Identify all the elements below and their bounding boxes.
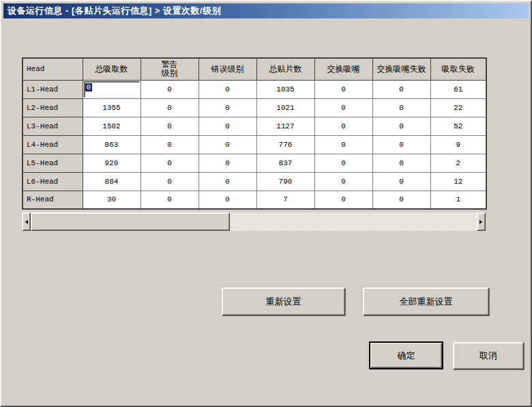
cancel-button[interactable]: 取消 [453, 342, 524, 369]
table-cell[interactable]: 0 [141, 98, 198, 117]
table-cell[interactable]: 1502 [83, 117, 141, 135]
column-header: 错误级别 [198, 58, 256, 80]
selected-text: 0 [85, 83, 93, 92]
table-cell[interactable]: 22 [430, 98, 486, 117]
table-cell[interactable]: 61 [430, 80, 486, 98]
table-cell[interactable]: 0 [198, 80, 256, 98]
column-header: 总贴片数 [256, 58, 314, 80]
table-cell[interactable]: 30 [83, 191, 141, 209]
table-cell[interactable]: 0 [314, 172, 372, 191]
reset-all-button[interactable]: 全部重新设置 [363, 287, 489, 315]
table-cell[interactable]: 1127 [256, 117, 314, 135]
table-cell[interactable]: 0 [198, 154, 256, 172]
row-header: L2-Head [23, 98, 83, 117]
table-cell[interactable]: 0 [372, 154, 430, 172]
table-cell[interactable]: 0 [314, 191, 372, 209]
horizontal-scrollbar[interactable] [22, 212, 486, 231]
scroll-right-arrow-icon [479, 220, 484, 224]
scroll-left-button[interactable] [22, 212, 31, 231]
table-cell[interactable]: 0 [372, 135, 430, 154]
table-row: R-Head30007001 [23, 191, 486, 209]
column-header: 吸取失败 [430, 58, 486, 80]
table-cell[interactable]: 0 [314, 80, 372, 98]
window-title: 设备运行信息 - [各贴片头运行信息] > 设置次数/级别 [8, 5, 221, 17]
table-cell[interactable]: 0 [141, 191, 198, 209]
table-cell[interactable]: 0 [198, 172, 256, 191]
table-row: L2-Head13550010210022 [23, 98, 486, 117]
table-cell[interactable]: 2 [430, 154, 486, 172]
table-cell[interactable]: 0 [372, 98, 430, 117]
table-cell[interactable]: 0 [198, 135, 256, 154]
table-cell[interactable]: 12 [430, 172, 486, 191]
table-cell[interactable]: 0 [372, 80, 430, 98]
column-header: 总吸取数 [83, 58, 141, 80]
table-cell[interactable]: 7 [256, 191, 314, 209]
scrollbar-thumb[interactable] [31, 212, 230, 231]
table-row: L5-Head92000837002 [23, 154, 486, 172]
column-header: 警告 级别 [141, 58, 198, 80]
table-cell[interactable]: 0 [141, 117, 198, 135]
table-cell[interactable]: 1 [430, 191, 486, 209]
table-cell[interactable]: 1355 [83, 98, 141, 117]
table-cell[interactable]: 0 [314, 117, 372, 135]
row-header: R-Head [23, 191, 83, 209]
table-cell[interactable]: 0 [198, 98, 256, 117]
table-cell[interactable]: 920 [83, 154, 141, 172]
row-header: L1-Head [23, 80, 83, 98]
table-cell[interactable]: 0 [141, 172, 198, 191]
header-row: Head总吸取数警告 级别错误级别总贴片数交换吸嘴交换吸嘴失败吸取失败 [23, 58, 486, 80]
table-cell[interactable]: 0 [372, 172, 430, 191]
column-header: Head [23, 58, 83, 80]
title-bar[interactable]: 设备运行信息 - [各贴片头运行信息] > 设置次数/级别 [3, 3, 529, 18]
dialog-window: 设备运行信息 - [各贴片头运行信息] > 设置次数/级别 Head总吸取数警告… [0, 0, 532, 407]
row-header: L6-Head [23, 172, 83, 191]
table-cell[interactable]: 1035 [256, 80, 314, 98]
column-header: 交换吸嘴失败 [372, 58, 430, 80]
table-cell[interactable]: 776 [256, 135, 314, 154]
row-header: L4-Head [23, 135, 83, 154]
ok-button[interactable]: 确定 [369, 341, 443, 369]
table-cell[interactable]: 52 [430, 117, 486, 135]
table-cell[interactable]: 9 [430, 135, 486, 154]
table-cell[interactable]: 0 [314, 98, 372, 117]
table-cell[interactable]: 0 [83, 80, 141, 98]
table-cell[interactable]: 0 [141, 135, 198, 154]
table-cell[interactable]: 863 [83, 135, 141, 154]
table-row: L6-Head884007900012 [23, 172, 486, 191]
table-cell[interactable]: 837 [256, 154, 314, 172]
row-header: L5-Head [23, 154, 83, 172]
head-stats-table: Head总吸取数警告 级别错误级别总贴片数交换吸嘴交换吸嘴失败吸取失败 L1-H… [22, 57, 487, 210]
table-cell[interactable]: 884 [83, 172, 141, 191]
table-row: L4-Head86300776009 [23, 135, 486, 154]
table-cell[interactable]: 0 [198, 191, 256, 209]
table-cell[interactable]: 0 [314, 154, 372, 172]
reset-button[interactable]: 重新设置 [222, 287, 345, 315]
table-cell[interactable]: 0 [372, 117, 430, 135]
table-cell[interactable]: 0 [141, 80, 198, 98]
table-cell[interactable]: 0 [198, 117, 256, 135]
table-cell[interactable]: 0 [372, 191, 430, 209]
scroll-left-arrow-icon [23, 220, 28, 224]
cell-edit-input[interactable]: 0 [84, 81, 140, 98]
table-cell[interactable]: 0 [141, 154, 198, 172]
table-cell[interactable]: 0 [314, 135, 372, 154]
table-cell[interactable]: 790 [256, 172, 314, 191]
table-cell[interactable]: 1021 [256, 98, 314, 117]
scroll-right-button[interactable] [477, 212, 486, 231]
table-row: L1-Head00010350061 [23, 80, 486, 98]
row-header: L3-Head [23, 117, 83, 135]
table-row: L3-Head15020011270052 [23, 117, 486, 135]
column-header: 交换吸嘴 [314, 58, 372, 80]
